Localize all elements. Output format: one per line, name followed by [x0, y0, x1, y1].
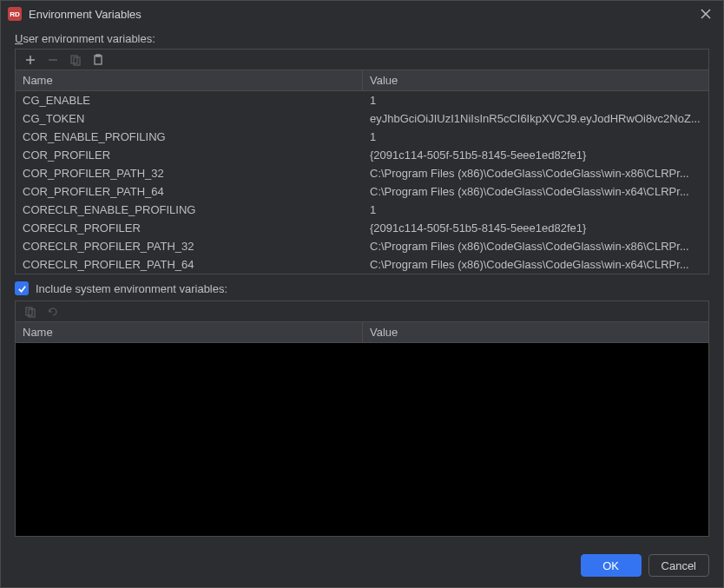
- cell-name[interactable]: CG_TOKEN: [16, 112, 363, 125]
- close-icon: [701, 9, 711, 19]
- paste-button[interactable]: [89, 52, 108, 68]
- environment-variables-dialog: RD Environment Variables User environmen…: [0, 0, 724, 588]
- cell-value[interactable]: 1: [363, 203, 708, 216]
- system-table-body: [16, 343, 708, 536]
- table-row[interactable]: COR_PROFILER_PATH_32C:\Program Files (x8…: [16, 164, 708, 182]
- cell-value[interactable]: {2091c114-505f-51b5-8145-5eee1ed82fe1}: [363, 221, 708, 235]
- copy-button: [66, 52, 85, 68]
- cell-value[interactable]: C:\Program Files (x86)\CodeGlass\CodeGla…: [363, 167, 708, 180]
- close-button[interactable]: [695, 3, 716, 24]
- column-header-value[interactable]: Value: [363, 322, 708, 342]
- cell-value[interactable]: eyJhbGciOiJIUzI1NiIsInR5cCI6IkpXVCJ9.eyJ…: [363, 112, 708, 125]
- user-vars-table: Name Value CG_ENABLE1CG_TOKENeyJhbGciOiJ…: [15, 69, 709, 274]
- column-header-name[interactable]: Name: [16, 322, 363, 342]
- add-button[interactable]: [21, 52, 40, 68]
- cell-name[interactable]: CORECLR_PROFILER_PATH_32: [16, 240, 363, 253]
- table-row[interactable]: CORECLR_PROFILER_PATH_64C:\Program Files…: [16, 255, 708, 274]
- cell-name[interactable]: CORECLR_PROFILER: [16, 221, 363, 235]
- table-row[interactable]: CORECLR_ENABLE_PROFILING1: [16, 201, 708, 219]
- ok-button[interactable]: OK: [581, 554, 642, 577]
- table-row[interactable]: CG_ENABLE1: [16, 91, 708, 109]
- cell-value[interactable]: C:\Program Files (x86)\CodeGlass\CodeGla…: [363, 240, 708, 253]
- user-vars-label: User environment variables:: [15, 32, 709, 45]
- user-table-header: Name Value: [16, 70, 708, 91]
- table-row[interactable]: CORECLR_PROFILER{2091c114-505f-51b5-8145…: [16, 219, 708, 237]
- remove-button: [43, 52, 63, 68]
- cell-value[interactable]: C:\Program Files (x86)\CodeGlass\CodeGla…: [363, 258, 708, 271]
- column-header-value[interactable]: Value: [363, 70, 708, 90]
- cell-value[interactable]: 1: [363, 94, 708, 107]
- undo-icon: [47, 306, 59, 318]
- dialog-title: Environment Variables: [29, 8, 695, 21]
- include-system-label: Include system environment variables:: [36, 282, 227, 295]
- copy-system-button: [21, 304, 40, 320]
- cell-name[interactable]: CORECLR_ENABLE_PROFILING: [16, 203, 363, 216]
- plus-icon: [24, 54, 36, 66]
- cell-value[interactable]: C:\Program Files (x86)\CodeGlass\CodeGla…: [363, 185, 708, 198]
- paste-icon: [92, 54, 104, 66]
- table-row[interactable]: COR_ENABLE_PROFILING1: [16, 128, 708, 146]
- copy-icon: [24, 306, 36, 318]
- dialog-content: User environment variables:: [1, 27, 723, 545]
- app-icon: RD: [8, 7, 22, 21]
- titlebar: RD Environment Variables: [1, 1, 723, 27]
- dialog-footer: OK Cancel: [1, 545, 723, 587]
- include-system-checkbox[interactable]: [15, 281, 29, 295]
- cell-name[interactable]: COR_PROFILER_PATH_64: [16, 185, 363, 198]
- cell-name[interactable]: COR_ENABLE_PROFILING: [16, 130, 363, 143]
- table-row[interactable]: COR_PROFILER{2091c114-505f-51b5-8145-5ee…: [16, 146, 708, 164]
- cell-name[interactable]: CORECLR_PROFILER_PATH_64: [16, 258, 363, 271]
- cell-value[interactable]: {2091c114-505f-51b5-8145-5eee1ed82fe1}: [363, 149, 708, 162]
- column-header-name[interactable]: Name: [16, 70, 363, 90]
- user-table-body: CG_ENABLE1CG_TOKENeyJhbGciOiJIUzI1NiIsIn…: [16, 91, 708, 274]
- cell-name[interactable]: CG_ENABLE: [16, 94, 363, 107]
- checkmark-icon: [17, 284, 27, 294]
- minus-icon: [47, 54, 59, 66]
- table-row[interactable]: CG_TOKENeyJhbGciOiJIUzI1NiIsInR5cCI6IkpX…: [16, 109, 708, 128]
- system-table-header: Name Value: [16, 322, 708, 343]
- cell-name[interactable]: COR_PROFILER_PATH_32: [16, 167, 363, 180]
- cancel-button[interactable]: Cancel: [648, 554, 709, 577]
- system-vars-toolbar: [15, 301, 709, 321]
- table-row[interactable]: CORECLR_PROFILER_PATH_32C:\Program Files…: [16, 237, 708, 255]
- table-row[interactable]: COR_PROFILER_PATH_64C:\Program Files (x8…: [16, 182, 708, 201]
- copy-icon: [69, 54, 82, 66]
- revert-button: [43, 304, 63, 320]
- system-vars-table: Name Value: [15, 321, 709, 537]
- user-vars-toolbar: [15, 49, 709, 69]
- cell-value[interactable]: 1: [363, 130, 708, 143]
- cell-name[interactable]: COR_PROFILER: [16, 149, 363, 162]
- include-system-row: Include system environment variables:: [15, 281, 709, 295]
